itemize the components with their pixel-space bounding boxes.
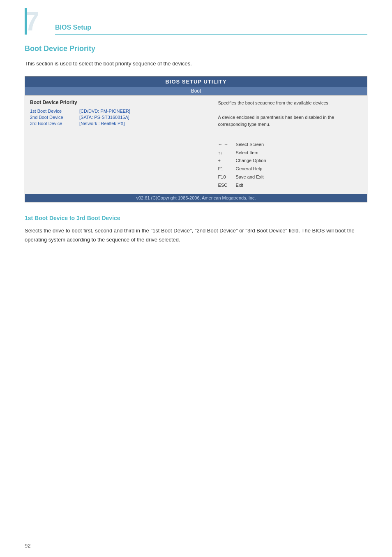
page-container: 7 BIOS Setup Boot Device Priority This s… bbox=[0, 0, 392, 557]
boot-device-name-1: 1st Boot Device bbox=[30, 109, 75, 114]
boot-device-row-3: 3rd Boot Device [Network : Realtek PX] bbox=[30, 121, 208, 126]
key-symbol-f1: F1 bbox=[218, 165, 233, 173]
right-panel-help: Specifies the boot sequence from the ava… bbox=[218, 100, 362, 128]
section-intro: This section is used to select the boot … bbox=[25, 60, 367, 68]
key-symbol-f10: F10 bbox=[218, 173, 233, 181]
right-panel-keys: ← → Select Screen ↑↓ Select Item +- Chan… bbox=[218, 141, 362, 190]
bios-utility-header: BIOS SETUP UTILITY bbox=[25, 77, 367, 87]
key-row-change-option: +- Change Option bbox=[218, 157, 362, 165]
key-row-select-screen: ← → Select Screen bbox=[218, 141, 362, 149]
bios-right-panel: Specifies the boot sequence from the ava… bbox=[213, 95, 367, 194]
key-label-change-option: Change Option bbox=[236, 157, 266, 165]
page-header: 7 BIOS Setup bbox=[25, 8, 367, 35]
key-row-exit: ESC Exit bbox=[218, 181, 362, 190]
chapter-number: 7 bbox=[25, 8, 49, 35]
subsection-body: Selects the drive to boot first, second … bbox=[25, 226, 367, 244]
header-title-line: BIOS Setup bbox=[55, 24, 367, 35]
key-symbol-plusminus: +- bbox=[218, 157, 233, 165]
boot-device-value-2: [SATA: PS-ST3160815A] bbox=[79, 115, 129, 120]
boot-device-name-3: 3rd Boot Device bbox=[30, 121, 75, 126]
key-label-general-help: General Help bbox=[236, 165, 263, 173]
key-label-select-screen: Select Screen bbox=[236, 141, 264, 149]
bios-utility-body: Boot Device Priority 1st Boot Device [CD… bbox=[25, 95, 367, 194]
boot-device-row-2: 2nd Boot Device [SATA: PS-ST3160815A] bbox=[30, 115, 208, 120]
boot-device-value-3: [Network : Realtek PX] bbox=[79, 121, 125, 126]
key-row-general-help: F1 General Help bbox=[218, 165, 362, 173]
bios-utility-subheader: Boot bbox=[25, 87, 367, 95]
chapter-number-box: 7 bbox=[25, 8, 49, 35]
accent-bar bbox=[25, 8, 27, 35]
subsection-title: 1st Boot Device to 3rd Boot Device bbox=[25, 215, 367, 221]
bios-footer: v02.61 (C)Copyright 1985-2006, American … bbox=[25, 194, 367, 202]
key-row-select-item: ↑↓ Select Item bbox=[218, 149, 362, 157]
bios-utility-container: BIOS SETUP UTILITY Boot Boot Device Prio… bbox=[25, 76, 367, 202]
section-title: Boot Device Priority bbox=[25, 44, 367, 53]
boot-device-row-1: 1st Boot Device [CD/DVD: PM-PIONEER] bbox=[30, 109, 208, 114]
page-number: 92 bbox=[25, 543, 30, 549]
boot-device-name-2: 2nd Boot Device bbox=[30, 115, 75, 120]
boot-device-value-1: [CD/DVD: PM-PIONEER] bbox=[79, 109, 130, 114]
key-symbol-updown: ↑↓ bbox=[218, 149, 233, 157]
bios-left-panel: Boot Device Priority 1st Boot Device [CD… bbox=[25, 95, 213, 194]
key-label-select-item: Select Item bbox=[236, 149, 258, 157]
bios-setup-title: BIOS Setup bbox=[55, 24, 91, 31]
key-label-exit: Exit bbox=[236, 181, 243, 190]
key-symbol-esc: ESC bbox=[218, 181, 233, 190]
key-symbol-arrows: ← → bbox=[218, 141, 233, 149]
key-label-save-exit: Save and Exit bbox=[236, 173, 264, 181]
boot-device-priority-label: Boot Device Priority bbox=[30, 100, 208, 105]
key-row-save-exit: F10 Save and Exit bbox=[218, 173, 362, 181]
